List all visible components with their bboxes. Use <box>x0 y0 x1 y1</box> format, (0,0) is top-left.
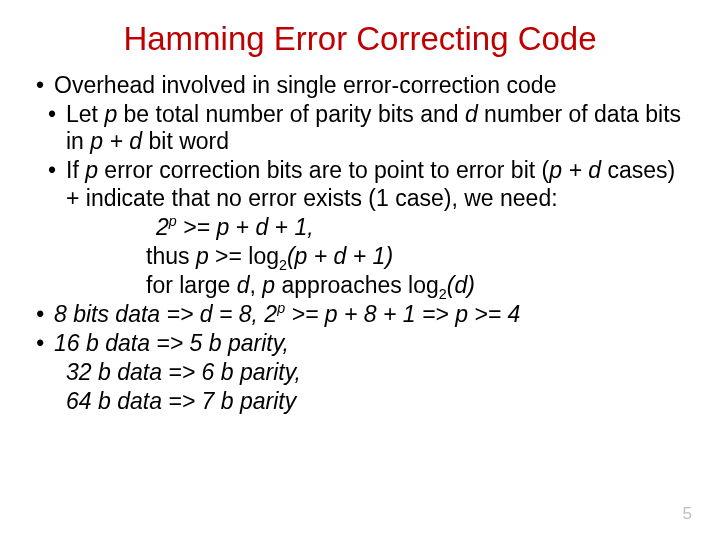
text: >= log <box>209 243 279 269</box>
var-p: p <box>196 243 209 269</box>
text: error correction bits are to point to er… <box>98 157 549 183</box>
bullet-list: Overhead involved in single error-correc… <box>30 72 690 212</box>
sup-p: p <box>169 213 177 229</box>
text: bit word <box>142 128 229 154</box>
bullet-list-2: 8 bits data => d = 8, 2p >= p + 8 + 1 =>… <box>30 301 690 357</box>
text: thus <box>146 243 196 269</box>
var-p: p <box>262 272 275 298</box>
slide-title: Hamming Error Correcting Code <box>30 20 690 58</box>
sub-2: 2 <box>279 256 287 272</box>
text: 8 bits data => d = 8, 2 <box>54 301 277 327</box>
line-64b: 64 b data => 7 b parity <box>30 388 690 415</box>
bullet-overhead: Overhead involved in single error-correc… <box>30 72 690 99</box>
bullet-let-p: Let p be total number of parity bits and… <box>42 101 690 155</box>
bullet-if-p: If p error correction bits are to point … <box>42 157 690 211</box>
text: >= p + 8 + 1 => p >= 4 <box>285 301 520 327</box>
expr-p-plus-d: p + d <box>549 157 601 183</box>
text: 2 <box>156 214 169 240</box>
var-p: p <box>104 101 117 127</box>
var-d: d <box>237 272 250 298</box>
text: for large <box>146 272 237 298</box>
text: approaches log <box>275 272 439 298</box>
expr-p-plus-d: p + d <box>90 128 142 154</box>
text: >= p + d + 1, <box>177 214 314 240</box>
formula-large-d: for large d, p approaches log2(d) <box>30 272 690 299</box>
expr-d: (d) <box>447 272 475 298</box>
text: If <box>66 157 85 183</box>
sup-p: p <box>277 300 285 316</box>
formula-log: thus p >= log2(p + d + 1) <box>30 243 690 270</box>
page-number: 5 <box>683 504 692 524</box>
var-p: p <box>85 157 98 183</box>
expr: (p + d + 1) <box>287 243 393 269</box>
bullet-8bit: 8 bits data => d = 8, 2p >= p + 8 + 1 =>… <box>30 301 690 328</box>
sub-2: 2 <box>439 285 447 301</box>
line-32b: 32 b data => 6 b parity, <box>30 359 690 386</box>
var-d: d <box>465 101 478 127</box>
formula-2p: 2p >= p + d + 1, <box>30 214 690 241</box>
text: Let <box>66 101 104 127</box>
bullet-16b: 16 b data => 5 b parity, <box>30 330 690 357</box>
text: , <box>250 272 263 298</box>
text: be total number of parity bits and <box>117 101 465 127</box>
